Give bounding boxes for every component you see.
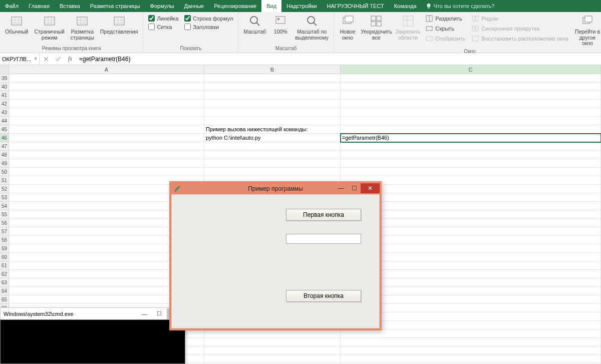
cell[interactable] — [204, 346, 341, 355]
view-mode-button[interactable]: Страничный режим — [32, 13, 66, 42]
tk-maximize-button[interactable]: ☐ — [348, 183, 361, 193]
cell[interactable] — [9, 117, 204, 125]
cell[interactable] — [9, 134, 204, 142]
tk-entry[interactable] — [286, 234, 361, 244]
cell[interactable] — [341, 329, 601, 338]
cell[interactable] — [341, 83, 601, 91]
row-header[interactable]: 39 — [0, 74, 9, 83]
row-header[interactable]: 57 — [0, 227, 9, 236]
menu-tab-рецензирование[interactable]: Рецензирование — [209, 0, 261, 12]
unhide-button[interactable]: Отобразить — [424, 34, 466, 43]
row-header[interactable]: 48 — [0, 151, 9, 159]
cmd-maximize-button[interactable]: ☐ — [152, 308, 167, 319]
tell-me[interactable]: Что вы хотите сделать? — [422, 0, 499, 12]
cell[interactable] — [9, 159, 204, 168]
split-button[interactable]: Разделить — [424, 14, 466, 23]
switch-window-button[interactable]: Перейти в другое окно — [572, 13, 601, 48]
cell[interactable] — [9, 168, 204, 176]
cell[interactable] — [204, 100, 341, 108]
cell[interactable] — [9, 100, 204, 108]
tkinter-titlebar[interactable]: Пример программы ― ☐ ✕ — [171, 183, 380, 194]
cell[interactable] — [341, 159, 601, 168]
arrange-button[interactable]: Упорядочить все — [360, 13, 393, 42]
cell[interactable] — [204, 91, 341, 100]
cell[interactable] — [341, 125, 601, 134]
select-all-corner[interactable] — [0, 65, 9, 74]
row-header[interactable]: 62 — [0, 270, 9, 278]
reset-button[interactable]: Восстановить расположение окна — [470, 34, 569, 43]
chk-ruler-input[interactable] — [148, 15, 155, 22]
row-header[interactable]: 47 — [0, 142, 9, 151]
cell[interactable] — [9, 108, 204, 117]
menu-tab-команда[interactable]: Команда — [389, 0, 422, 12]
cell[interactable] — [204, 83, 341, 91]
cell[interactable] — [9, 91, 204, 100]
row-header[interactable]: 40 — [0, 83, 9, 91]
cell[interactable] — [204, 159, 341, 168]
cell[interactable] — [341, 151, 601, 159]
cell[interactable] — [204, 142, 341, 151]
row-header[interactable]: 61 — [0, 261, 9, 270]
row-header[interactable]: 64 — [0, 287, 9, 295]
fx-button[interactable]: fx — [64, 55, 76, 63]
col-header[interactable]: C — [341, 65, 601, 74]
menu-tab-нагрузочный-тест[interactable]: НАГРУЗОЧНЫЙ ТЕСТ — [322, 0, 389, 12]
first-button[interactable]: Первая кнопка — [286, 209, 361, 221]
row-header[interactable]: 42 — [0, 100, 9, 108]
row-header[interactable]: 51 — [0, 176, 9, 185]
cancel-formula-button[interactable] — [40, 57, 52, 62]
cell[interactable] — [9, 142, 204, 151]
row-header[interactable]: 52 — [0, 185, 9, 193]
row-header[interactable]: 46 — [0, 134, 9, 142]
cell[interactable] — [204, 74, 341, 83]
cell[interactable] — [204, 168, 341, 176]
chk-formbar[interactable]: Строка формул — [184, 15, 233, 22]
chk-heads-input[interactable] — [184, 24, 191, 30]
row-header[interactable]: 63 — [0, 278, 9, 287]
menu-tab-данные[interactable]: Данные — [179, 0, 209, 12]
cell[interactable] — [341, 168, 601, 176]
cmd-titlebar[interactable]: Windows\system32\cmd.exe ― ☐ ✕ — [0, 307, 185, 319]
cmd-minimize-button[interactable]: ― — [137, 308, 152, 319]
zoom-button[interactable]: Масштаб — [241, 13, 268, 36]
cell[interactable] — [341, 100, 601, 108]
col-header[interactable]: B — [204, 65, 341, 74]
menu-tab-надстройки[interactable]: Надстройки — [281, 0, 322, 12]
cmd-body[interactable] — [0, 319, 185, 364]
menu-tab-вставка[interactable]: Вставка — [55, 0, 85, 12]
cell[interactable] — [9, 151, 204, 159]
cell[interactable]: =getParametr(B46) — [341, 134, 601, 142]
menu-tab-разметка-страницы[interactable]: Разметка страницы — [85, 0, 145, 12]
tk-close-button[interactable]: ✕ — [361, 183, 380, 193]
menu-tab-файл[interactable]: Файл — [0, 0, 24, 12]
cell[interactable] — [341, 117, 601, 125]
chk-ruler[interactable]: Линейка — [148, 15, 178, 22]
row-header[interactable]: 43 — [0, 108, 9, 117]
row-header[interactable]: 41 — [0, 91, 9, 100]
row-header[interactable]: 49 — [0, 159, 9, 168]
cell[interactable] — [341, 142, 601, 151]
cell[interactable] — [204, 151, 341, 159]
tk-minimize-button[interactable]: ― — [335, 183, 348, 193]
row-header[interactable]: 45 — [0, 125, 9, 134]
name-box[interactable]: ОКРУГЛВ...▼ — [0, 53, 40, 65]
side-button[interactable]: Рядом — [470, 14, 569, 23]
row-header[interactable]: 59 — [0, 244, 9, 253]
cell[interactable] — [204, 355, 341, 363]
row-header[interactable]: 65 — [0, 295, 9, 304]
cell[interactable] — [341, 91, 601, 100]
freeze-button[interactable]: Закрепить области — [395, 13, 422, 42]
cell[interactable] — [204, 338, 341, 346]
row-header[interactable]: 60 — [0, 253, 9, 261]
cell[interactable] — [204, 117, 341, 125]
view-mode-button[interactable]: Разметка страницы — [69, 13, 96, 42]
formula-input[interactable]: =getParametr(B46) — [76, 53, 601, 65]
cell[interactable] — [9, 74, 204, 83]
cell[interactable] — [341, 338, 601, 346]
menu-tab-вид[interactable]: Вид — [261, 0, 281, 12]
cell[interactable] — [204, 108, 341, 117]
cell[interactable] — [341, 74, 601, 83]
view-mode-button[interactable]: Представления — [98, 13, 140, 36]
hide-button[interactable]: Скрыть — [424, 24, 466, 33]
cell[interactable] — [341, 355, 601, 363]
